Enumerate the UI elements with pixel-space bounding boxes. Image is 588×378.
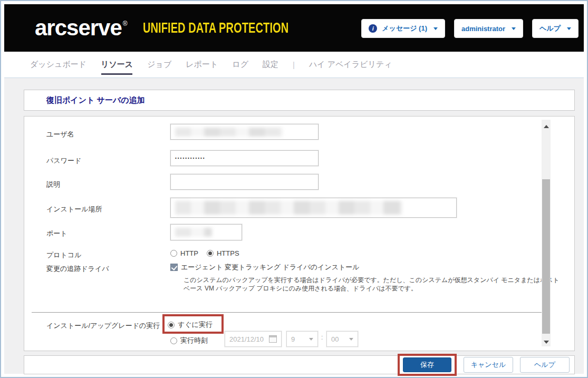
schedule-hour-select[interactable]: 9 — [286, 331, 318, 347]
chevron-down-icon — [567, 27, 571, 30]
page-title: 復旧ポイント サーバの追加 — [46, 95, 145, 105]
install-location-input[interactable] — [170, 198, 457, 218]
password-label: パスワード — [46, 156, 81, 166]
user-menu-button[interactable]: administrator — [454, 19, 523, 38]
radio-unselected-icon — [170, 250, 177, 257]
driver-note: このシステムのバックアップを実行する場合はドライバが必要です。ただし、このシステ… — [184, 276, 578, 293]
tab-settings[interactable]: 設定 — [263, 52, 278, 77]
product-name: UNIFIED DATA PROTECTION — [143, 21, 288, 35]
scroll-down-button[interactable] — [542, 337, 551, 346]
redacted-username-value — [175, 128, 283, 137]
triangle-down-icon — [544, 341, 549, 344]
info-icon: i — [369, 24, 377, 33]
driver-note-line2: ベース VM バックアップ プロキシにのみ使用される場合、ドライバは不要です。 — [184, 284, 578, 293]
description-label: 説明 — [46, 180, 60, 189]
save-button[interactable]: 保存 — [403, 357, 451, 372]
help-menu-button[interactable]: ヘルプ — [532, 19, 579, 38]
brand-wordmark: arcserve® — [35, 17, 127, 39]
nav-separator: | — [293, 60, 295, 69]
port-input[interactable] — [170, 224, 242, 240]
run-schedule-label: 実行時刻 — [180, 336, 208, 345]
protocol-http-option[interactable]: HTTP — [170, 249, 198, 257]
run-schedule-option[interactable]: 実行時刻 — [170, 336, 208, 345]
radio-selected-icon — [168, 322, 175, 328]
radio-selected-icon — [207, 250, 214, 257]
change-tracking-checkbox-row[interactable]: エージェント 変更トラッキング ドライバのインストール — [170, 263, 360, 272]
username-input[interactable] — [170, 124, 319, 140]
username-label: ユーザ名 — [46, 130, 74, 139]
protocol-https-label: HTTPS — [217, 249, 239, 257]
tab-jobs[interactable]: ジョブ — [147, 52, 171, 77]
messages-label: メッセージ (1) — [382, 24, 427, 33]
change-tracking-checkbox-label: エージェント 変更トラッキング ドライバのインストール — [181, 263, 360, 272]
dialog-footer: 保存 キャンセル ヘルプ — [24, 355, 575, 374]
protocol-options: HTTP HTTPS — [170, 249, 239, 257]
header-buttons: i メッセージ (1) administrator ヘルプ — [361, 19, 579, 38]
install-location-label: インストール場所 — [46, 205, 102, 214]
chevron-down-icon — [309, 338, 313, 341]
description-input[interactable] — [170, 174, 319, 190]
run-now-option[interactable]: すぐに実行 — [168, 320, 213, 329]
dialog-title-bar: 復旧ポイント サーバの追加 — [24, 90, 575, 111]
tab-resources[interactable]: リソース — [101, 52, 133, 77]
chevron-down-icon — [349, 338, 353, 341]
password-input[interactable]: •••••••••••• — [170, 150, 319, 166]
schedule-minute-value: 00 — [331, 335, 339, 343]
checkbox-checked-icon — [170, 264, 178, 271]
masked-password-value: •••••••••••• — [175, 156, 206, 160]
cancel-button[interactable]: キャンセル — [464, 357, 513, 373]
brand-header: arcserve® UNIFIED DATA PROTECTION i メッセー… — [4, 4, 584, 52]
run-now-label: すぐに実行 — [178, 320, 213, 329]
time-colon: : — [321, 334, 323, 341]
scroll-up-button[interactable] — [542, 122, 551, 131]
triangle-up-icon — [544, 125, 549, 128]
user-label: administrator — [461, 25, 505, 33]
tab-high-availability[interactable]: ハイ アベイラビリティ — [309, 52, 392, 77]
chevron-down-icon — [512, 27, 516, 30]
driver-note-line1: このシステムのバックアップを実行する場合はドライバが必要です。ただし、このシステ… — [184, 276, 578, 284]
run-install-label: インストール/アップグレードの実行 — [46, 321, 160, 331]
chevron-down-icon — [433, 27, 438, 30]
vertical-scrollbar[interactable] — [542, 120, 551, 346]
port-label: ポート — [46, 229, 68, 238]
arcserve-logo: arcserve® UNIFIED DATA PROTECTION — [35, 17, 345, 39]
change-tracking-label: 変更の追跡ドライバ — [46, 264, 109, 274]
help-label: ヘルプ — [539, 24, 561, 33]
schedule-date-input[interactable]: 2021/12/10 — [225, 331, 282, 347]
tab-reports[interactable]: レポート — [186, 52, 218, 77]
schedule-minute-select[interactable]: 00 — [326, 331, 358, 347]
registered-mark: ® — [123, 20, 127, 27]
protocol-https-option[interactable]: HTTPS — [207, 249, 239, 257]
messages-button[interactable]: i メッセージ (1) — [361, 19, 445, 38]
app-window: arcserve® UNIFIED DATA PROTECTION i メッセー… — [0, 0, 588, 378]
save-highlight-box: 保存 — [398, 354, 457, 376]
redacted-install-location-value — [175, 201, 402, 215]
schedule-hour-value: 9 — [291, 335, 295, 343]
radio-unselected-icon — [170, 337, 177, 344]
add-rps-form: ユーザ名 パスワード •••••••••••• 説明 インストール場所 ポート … — [24, 116, 575, 351]
tab-dashboard[interactable]: ダッシュボード — [30, 52, 86, 77]
tab-log[interactable]: ログ — [232, 52, 248, 77]
help-button[interactable]: ヘルプ — [520, 357, 570, 373]
schedule-date-value: 2021/12/10 — [229, 335, 264, 343]
protocol-http-label: HTTP — [180, 249, 198, 257]
scrollbar-thumb[interactable] — [542, 179, 550, 334]
redacted-port-value — [175, 228, 212, 237]
main-nav: ダッシュボード リソース ジョブ レポート ログ 設定 | ハイ アベイラビリテ… — [4, 52, 584, 78]
protocol-label: プロトコル — [46, 250, 82, 260]
content-area: 復旧ポイント サーバの追加 ユーザ名 パスワード •••••••••••• 説明… — [4, 78, 584, 374]
section-divider — [32, 312, 548, 313]
calendar-icon — [269, 335, 277, 343]
